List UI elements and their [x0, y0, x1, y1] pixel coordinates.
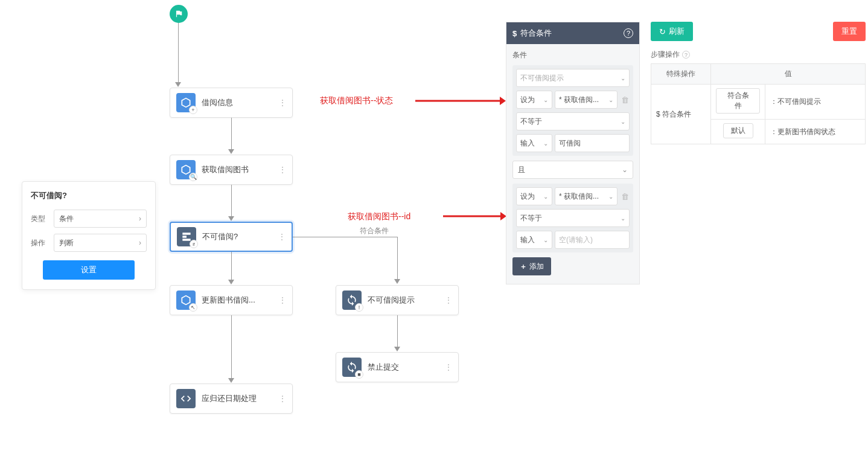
condition-icon: if [177, 227, 196, 246]
branch-label: 符合条件 [360, 226, 389, 236]
dollar-icon: $ [512, 29, 517, 38]
value-select[interactable]: * 获取借阅... ⌄ [555, 91, 617, 109]
more-icon[interactable]: ⋮ [278, 165, 287, 175]
value-text: ：更新图书借阅状态 [765, 120, 866, 144]
refresh-button[interactable]: ↻ 刷新 [651, 22, 693, 41]
node-label: 借阅信息 [202, 97, 278, 108]
node-due-date[interactable]: 应归还日期处理 ⋮ [170, 384, 293, 414]
start-node[interactable] [170, 5, 188, 23]
arrow-down-icon [175, 82, 181, 87]
more-icon[interactable]: ⋮ [444, 362, 453, 372]
node-not-borrowable-hint[interactable]: ! 不可借阅提示 ⋮ [336, 285, 459, 315]
chevron-down-icon: ⌄ [621, 118, 625, 125]
node-label: 获取借阅图书 [202, 164, 278, 175]
add-button[interactable]: ＋ 添加 [512, 257, 551, 275]
more-icon[interactable]: ⋮ [278, 295, 287, 305]
code-icon [176, 389, 196, 408]
flag-icon [174, 10, 183, 18]
condition-group-2: 设为 ⌄ * 获取借阅... ⌄ 🗑 不等于 ⌄ 输入 ⌄ [512, 184, 633, 252]
default-tag[interactable]: 默认 [723, 123, 753, 138]
condition-tag[interactable]: 符合条件 [716, 88, 760, 114]
table-row: $ 符合条件 符合条件 ：不可借阅提示 [651, 85, 866, 120]
chevron-right-icon: › [139, 239, 141, 247]
action-select[interactable]: 判断 › [54, 234, 147, 252]
col-special: 特殊操作 [651, 64, 711, 85]
condition-section-label: 条件 [512, 50, 633, 60]
condition-header: $ 符合条件 ? [506, 22, 639, 44]
chevron-down-icon: ⌄ [621, 215, 625, 222]
help-icon[interactable]: ? [682, 51, 690, 59]
node-get-book[interactable]: 🔍 获取借阅图书 ⋮ [170, 155, 293, 185]
connector [231, 315, 232, 379]
operator-select[interactable]: 设为 ⌄ [516, 91, 552, 109]
connector [231, 118, 232, 150]
value-text: ：不可借阅提示 [765, 85, 866, 120]
type-select[interactable]: 条件 › [54, 210, 147, 228]
delete-icon[interactable]: 🗑 [620, 91, 630, 109]
arrow-down-icon [394, 347, 400, 351]
node-label: 不可借阅提示 [368, 295, 444, 306]
operations-table: 特殊操作 值 $ 符合条件 符合条件 ：不可借阅提示 默认 ：更新图书借阅状态 [651, 63, 866, 144]
if-badge-icon: if [190, 240, 198, 248]
section-title: 步骤操作 ? [651, 50, 866, 60]
arrow-red-icon [443, 207, 506, 225]
chevron-right-icon: › [139, 214, 141, 223]
value-select[interactable]: * 获取借阅... ⌄ [555, 187, 617, 205]
input-value[interactable]: 空(请输入) [555, 231, 630, 249]
node-label: 应归还日期处理 [202, 393, 278, 404]
node-label: 更新图书借阅... [202, 295, 278, 306]
connector [178, 24, 179, 42]
annotation-status: 获取借阅图书--状态 [320, 95, 393, 106]
chevron-down-icon: ⌄ [543, 140, 548, 147]
chevron-down-icon: ⌄ [621, 75, 625, 82]
input-value[interactable]: 可借阅 [555, 134, 630, 152]
node-label: 不可借阅? [202, 231, 277, 242]
connector [397, 315, 398, 348]
annotation-id: 获取借阅图书--id [348, 211, 410, 222]
cube-icon: + [176, 93, 196, 112]
condition-panel: $ 符合条件 ? 条件 不可借阅提示 ⌄ 设为 ⌄ * 获取借阅... ⌄ [506, 22, 640, 284]
reset-button[interactable]: 重置 [833, 22, 866, 41]
node-condition[interactable]: if 不可借阅? ⋮ [170, 222, 293, 252]
help-icon[interactable]: ? [624, 28, 633, 38]
operator-select[interactable]: 设为 ⌄ [516, 187, 552, 205]
delete-icon[interactable]: 🗑 [620, 187, 630, 205]
loop-icon: ■ [342, 358, 362, 377]
refresh-icon: ↻ [659, 27, 666, 36]
node-label: 禁止提交 [368, 362, 444, 373]
arrow-down-icon [394, 279, 400, 284]
alert-badge-icon: ! [355, 303, 363, 312]
connector [397, 237, 398, 280]
compare-select[interactable]: 不等于 ⌄ [516, 209, 630, 227]
type-label: 类型 [31, 214, 54, 224]
arrow-down-icon [228, 149, 234, 154]
svg-marker-1 [500, 97, 506, 105]
node-update-status[interactable]: ↖ 更新图书借阅... ⋮ [170, 285, 293, 315]
settings-button[interactable]: 设置 [43, 260, 135, 280]
connector [293, 237, 397, 237]
arrow-down-icon [228, 378, 234, 383]
input-type-select[interactable]: 输入 ⌄ [516, 231, 552, 249]
chevron-down-icon: ⌄ [543, 97, 548, 103]
connector [231, 185, 232, 217]
more-icon[interactable]: ⋮ [278, 394, 287, 403]
field-select[interactable]: 不可借阅提示 ⌄ [516, 69, 630, 87]
chevron-down-icon: ⌄ [543, 237, 548, 243]
panel-title: 不可借阅? [31, 190, 147, 201]
more-icon[interactable]: ⋮ [277, 232, 287, 242]
node-forbid-submit[interactable]: ■ 禁止提交 ⋮ [336, 352, 459, 382]
compare-select[interactable]: 不等于 ⌄ [516, 112, 630, 130]
input-type-select[interactable]: 输入 ⌄ [516, 134, 552, 152]
step-operations-panel: ↻ 刷新 重置 步骤操作 ? 特殊操作 值 $ 符合条件 符合条件 ：不可借阅提… [651, 22, 866, 144]
row-label: $ 符合条件 [651, 85, 711, 144]
more-icon[interactable]: ⋮ [444, 295, 453, 305]
search-badge-icon: 🔍 [189, 173, 197, 181]
more-icon[interactable]: ⋮ [278, 98, 287, 108]
node-borrow-info[interactable]: + 借阅信息 ⋮ [170, 88, 293, 118]
logic-select[interactable]: 且 ⌄ [512, 161, 633, 179]
cube-icon: 🔍 [176, 160, 196, 179]
stop-badge-icon: ■ [355, 370, 363, 379]
arrow-down-icon [228, 280, 234, 284]
chevron-down-icon: ⌄ [608, 97, 613, 103]
cube-icon: ↖ [176, 290, 196, 310]
